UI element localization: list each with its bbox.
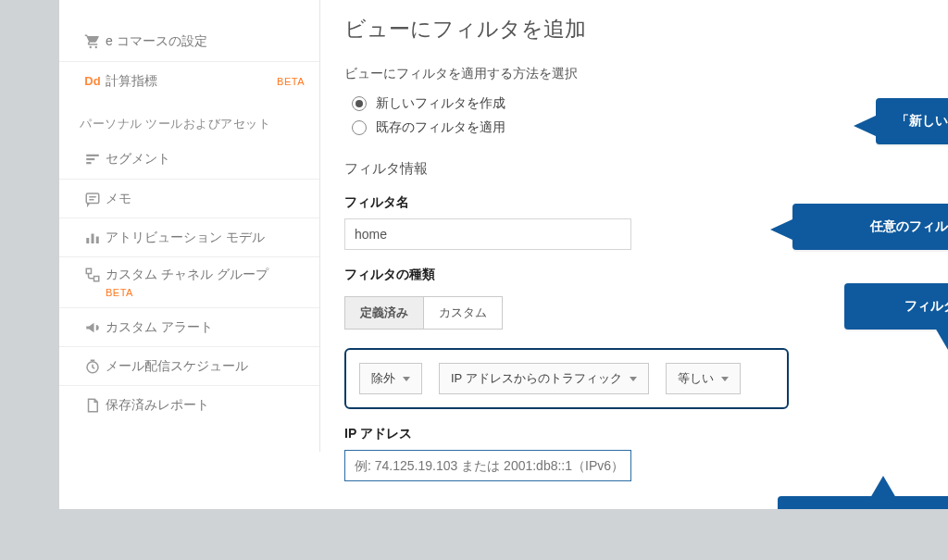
- sidebar-item-segments[interactable]: セグメント: [59, 140, 319, 179]
- sidebar-item-custom-alerts[interactable]: カスタム アラート: [59, 307, 319, 346]
- tab-predefined[interactable]: 定義済み: [345, 297, 424, 329]
- sidebar-section-header: パーソナル ツールおよびアセット: [59, 100, 319, 140]
- filter-source-dropdown[interactable]: IP アドレスからのトラフィック: [439, 363, 649, 394]
- callout-create-new: 「新しいフィルタを作成」で選択: [876, 98, 948, 144]
- dropdown-value: 等しい: [678, 370, 714, 387]
- callout-tail-icon: [854, 115, 878, 137]
- callout-text: フィルタの条件を設定: [904, 298, 948, 313]
- sidebar-item-label: 計算指標: [106, 73, 271, 90]
- note-icon: [80, 191, 106, 207]
- dropdown-value: IP アドレスからのトラフィック: [451, 370, 622, 387]
- svg-rect-3: [86, 158, 94, 160]
- callout-text: 「新しいフィルタを作成」で選択: [896, 113, 948, 128]
- svg-rect-9: [92, 233, 94, 243]
- radio-create-new-filter[interactable]: 新しいフィルタを作成: [352, 95, 924, 112]
- page-title: ビューにフィルタを追加: [344, 15, 924, 44]
- filter-name-input[interactable]: [344, 218, 631, 250]
- method-label: ビューにフィルタを適用する方法を選択: [344, 66, 924, 82]
- svg-rect-8: [86, 238, 89, 243]
- sidebar-item-saved-reports[interactable]: 保存済みレポート: [59, 385, 319, 424]
- callout-tail-icon: [935, 328, 948, 350]
- cart-icon: [80, 33, 106, 50]
- filter-type-tabs: 定義済み カスタム: [344, 296, 503, 330]
- chevron-down-icon: [721, 377, 729, 381]
- segments-icon: [80, 151, 106, 168]
- callout-text: 任意のフィルタ名（後から変えられる）: [870, 218, 948, 233]
- radio-apply-existing-filter[interactable]: 既存のフィルタを適用: [352, 119, 924, 136]
- sidebar: e コマースの設定 Dd 計算指標 BETA パーソナル ツールおよびアセット …: [59, 0, 320, 452]
- callout-tail-icon: [770, 218, 794, 241]
- radio-icon: [352, 96, 367, 111]
- svg-rect-12: [94, 277, 99, 281]
- chevron-down-icon: [630, 377, 637, 381]
- callout-filter-name: 任意のフィルタ名（後から変えられる）: [792, 204, 948, 250]
- radio-icon: [352, 120, 367, 135]
- svg-rect-10: [96, 236, 99, 243]
- main-content: ビューにフィルタを追加 ビューにフィルタを適用する方法を選択 新しいフィルタを作…: [320, 0, 948, 509]
- sidebar-item-label: メール配信スケジュール: [106, 358, 305, 375]
- clock-icon: [80, 358, 106, 375]
- tab-custom[interactable]: カスタム: [424, 297, 502, 329]
- bars-icon: [80, 230, 106, 246]
- document-icon: [80, 397, 106, 414]
- filter-condition-box: 除外 IP アドレスからのトラフィック 等しい: [344, 348, 789, 409]
- sidebar-item-label: e コマースの設定: [106, 33, 305, 50]
- sidebar-item-label: 保存済みレポート: [106, 397, 305, 414]
- sidebar-item-annotations[interactable]: メモ: [59, 179, 319, 218]
- radio-label: 既存のフィルタを適用: [376, 119, 505, 136]
- sidebar-item-email-schedules[interactable]: メール配信スケジュール: [59, 346, 319, 385]
- sidebar-item-label: メモ: [106, 191, 305, 207]
- filter-info-heading: フィルタ情報: [344, 160, 924, 178]
- beta-badge: BETA: [106, 287, 268, 298]
- svg-rect-4: [86, 162, 91, 164]
- sidebar-item-calc-metrics[interactable]: Dd 計算指標 BETA: [59, 61, 319, 100]
- callout-filter-condition: フィルタの条件を設定: [844, 283, 948, 330]
- filter-expression-dropdown[interactable]: 等しい: [666, 363, 741, 394]
- flow-icon: [80, 267, 106, 283]
- sidebar-item-label: アトリビューション モデル: [106, 230, 305, 246]
- ip-address-label: IP アドレス: [344, 426, 924, 442]
- svg-rect-11: [86, 268, 91, 273]
- svg-point-1: [95, 46, 97, 48]
- filter-action-dropdown[interactable]: 除外: [359, 363, 422, 394]
- svg-rect-2: [86, 155, 99, 156]
- beta-badge: BETA: [277, 76, 305, 87]
- dropdown-value: 除外: [371, 370, 395, 387]
- callout-ip-input: IPアドレスを調べて入力（後から変えられる）: [778, 496, 948, 509]
- sidebar-item-custom-channel-groups[interactable]: カスタム チャネル グループ BETA: [59, 256, 319, 307]
- sidebar-item-label: セグメント: [106, 151, 305, 168]
- sidebar-item-label: カスタム チャネル グループ: [106, 267, 268, 283]
- dd-icon: Dd: [80, 74, 106, 88]
- sidebar-item-label: カスタム アラート: [106, 319, 305, 336]
- ip-address-input[interactable]: [344, 450, 631, 481]
- svg-rect-5: [86, 193, 99, 204]
- callout-tail-icon: [870, 476, 896, 498]
- sidebar-item-ecommerce-settings[interactable]: e コマースの設定: [59, 22, 319, 61]
- megaphone-icon: [80, 319, 106, 336]
- svg-point-0: [90, 46, 92, 48]
- radio-label: 新しいフィルタを作成: [376, 95, 505, 112]
- sidebar-item-attribution-models[interactable]: アトリビューション モデル: [59, 218, 319, 256]
- chevron-down-icon: [403, 377, 410, 381]
- filter-type-label: フィルタの種類: [344, 267, 924, 283]
